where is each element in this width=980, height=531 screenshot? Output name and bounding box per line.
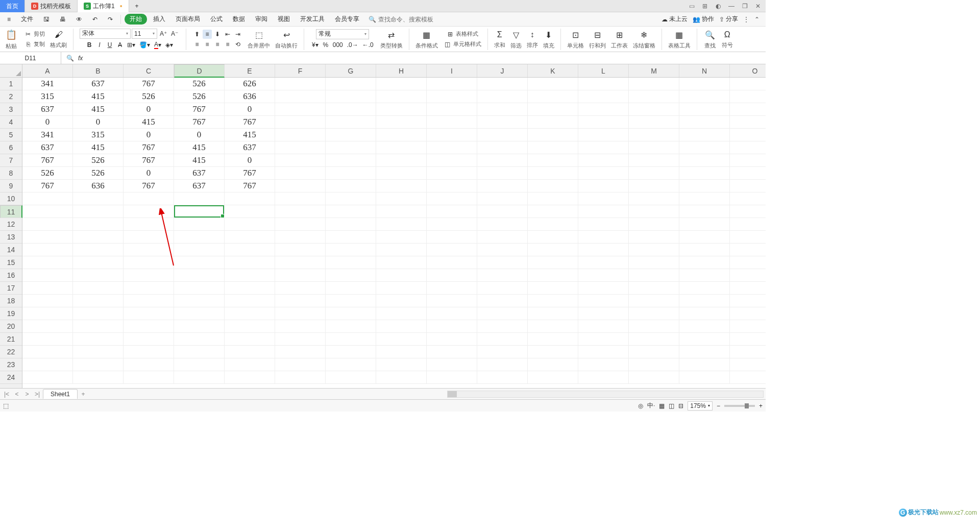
cell[interactable] xyxy=(427,154,477,167)
cell[interactable] xyxy=(73,269,124,282)
cell[interactable] xyxy=(73,282,124,295)
cell[interactable] xyxy=(326,192,376,205)
cell[interactable] xyxy=(629,78,679,90)
view-normal-icon[interactable]: ▦ xyxy=(659,402,665,409)
tab-workbook[interactable]: S 工作簿1 xyxy=(78,0,129,12)
cell[interactable]: 637 xyxy=(174,180,225,192)
cell[interactable]: 415 xyxy=(174,141,225,154)
align-bottom-icon[interactable]: ⬇ xyxy=(213,30,222,39)
cell[interactable] xyxy=(326,269,376,282)
cell[interactable] xyxy=(578,116,629,129)
cell[interactable] xyxy=(275,256,326,269)
cell[interactable] xyxy=(679,295,730,307)
caret-icon[interactable]: ⌃ xyxy=(754,16,760,23)
cell[interactable] xyxy=(326,244,376,256)
layout-icon[interactable]: ▭ xyxy=(687,2,696,11)
zoom-out-icon[interactable]: − xyxy=(717,402,720,409)
menu-start[interactable]: 开始 xyxy=(125,14,147,25)
cell[interactable] xyxy=(73,333,124,346)
cell[interactable] xyxy=(578,154,629,167)
cell[interactable] xyxy=(528,231,578,244)
cell[interactable] xyxy=(275,282,326,295)
cell[interactable] xyxy=(174,358,225,371)
table-tools-icon[interactable]: ▦ xyxy=(674,29,684,41)
cell[interactable]: 0 xyxy=(22,116,73,129)
cell[interactable] xyxy=(578,180,629,192)
hamburger-icon[interactable]: ≡ xyxy=(3,14,15,25)
cell[interactable] xyxy=(376,192,427,205)
currency-icon[interactable]: ¥▾ xyxy=(310,40,320,50)
zoom-in-icon[interactable]: + xyxy=(759,402,763,409)
cell[interactable] xyxy=(326,256,376,269)
cell[interactable] xyxy=(528,78,578,90)
cell[interactable] xyxy=(629,129,679,141)
cell[interactable]: 0 xyxy=(124,129,174,141)
cell[interactable] xyxy=(730,371,766,384)
cell[interactable] xyxy=(427,358,477,371)
qat-print-icon[interactable]: 🖶 xyxy=(56,14,70,25)
menu-data[interactable]: 数据 xyxy=(229,13,249,25)
cell[interactable] xyxy=(73,346,124,358)
column-header[interactable]: O xyxy=(730,64,766,77)
cell[interactable] xyxy=(326,205,376,218)
view-page-icon[interactable]: ◫ xyxy=(669,402,674,409)
column-header[interactable]: A xyxy=(22,64,73,77)
cell[interactable] xyxy=(427,90,477,103)
cell[interactable] xyxy=(528,116,578,129)
cell[interactable] xyxy=(427,78,477,90)
cell[interactable] xyxy=(578,282,629,295)
add-sheet-icon[interactable]: + xyxy=(79,390,88,399)
cell[interactable] xyxy=(629,103,679,116)
column-header[interactable]: C xyxy=(124,64,174,77)
cell[interactable] xyxy=(124,231,174,244)
cell[interactable]: 636 xyxy=(225,90,275,103)
cell[interactable]: 0 xyxy=(124,167,174,180)
italic-icon[interactable]: I xyxy=(95,40,104,50)
cell[interactable] xyxy=(477,180,528,192)
cell[interactable]: 341 xyxy=(22,78,73,90)
cell[interactable] xyxy=(477,333,528,346)
cell[interactable] xyxy=(275,90,326,103)
cell[interactable] xyxy=(275,295,326,307)
cell[interactable] xyxy=(477,129,528,141)
row-header[interactable]: 19 xyxy=(0,307,22,320)
cell[interactable]: 415 xyxy=(73,103,124,116)
cell[interactable] xyxy=(225,256,275,269)
cell[interactable]: 415 xyxy=(73,90,124,103)
border-icon[interactable]: ⊞▾ xyxy=(126,40,137,50)
cell[interactable] xyxy=(528,295,578,307)
cell[interactable] xyxy=(629,371,679,384)
cell[interactable] xyxy=(578,141,629,154)
cell[interactable] xyxy=(730,256,766,269)
cell[interactable]: 637 xyxy=(22,141,73,154)
cell[interactable] xyxy=(124,256,174,269)
cell[interactable] xyxy=(225,218,275,231)
cell[interactable] xyxy=(376,256,427,269)
cell[interactable] xyxy=(578,231,629,244)
cell[interactable] xyxy=(275,192,326,205)
cell[interactable]: 0 xyxy=(73,116,124,129)
minimize-icon[interactable]: — xyxy=(727,2,736,11)
cell[interactable]: 526 xyxy=(73,154,124,167)
cell[interactable] xyxy=(275,371,326,384)
cell[interactable] xyxy=(578,307,629,320)
cell[interactable] xyxy=(275,116,326,129)
row-header[interactable]: 11 xyxy=(0,205,22,218)
cell[interactable] xyxy=(679,218,730,231)
row-header[interactable]: 6 xyxy=(0,141,22,154)
cell[interactable] xyxy=(477,103,528,116)
cell[interactable] xyxy=(528,90,578,103)
cell[interactable] xyxy=(326,320,376,333)
cell[interactable] xyxy=(679,256,730,269)
cell[interactable] xyxy=(730,154,766,167)
cell[interactable] xyxy=(578,320,629,333)
cell[interactable] xyxy=(730,116,766,129)
share-button[interactable]: ⇪分享 xyxy=(719,15,738,23)
cell[interactable]: 767 xyxy=(225,167,275,180)
cell[interactable] xyxy=(73,295,124,307)
cell[interactable] xyxy=(427,282,477,295)
cell[interactable] xyxy=(124,358,174,371)
cell[interactable] xyxy=(376,307,427,320)
cell[interactable] xyxy=(578,129,629,141)
cell[interactable] xyxy=(376,282,427,295)
